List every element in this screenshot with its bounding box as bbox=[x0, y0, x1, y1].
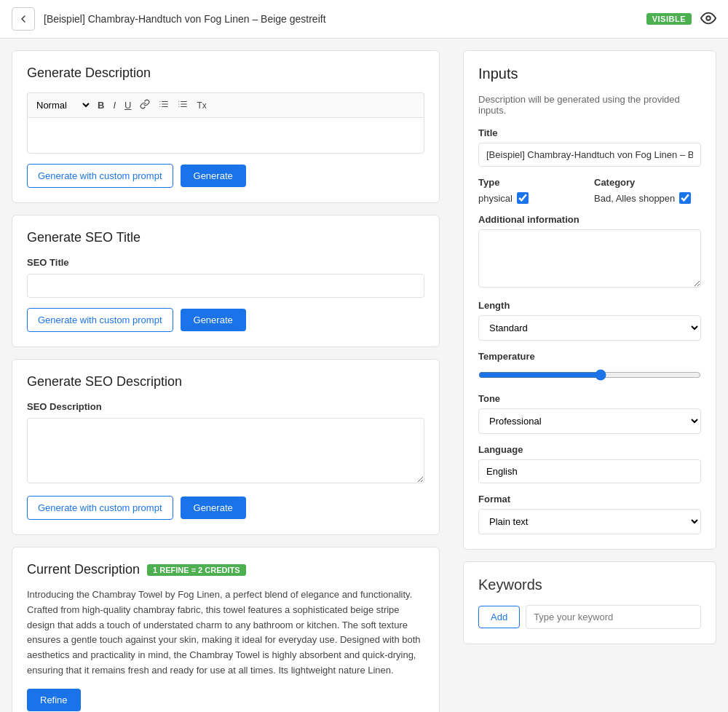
generate-seo-title-card: Generate SEO Title SEO Title Generate wi… bbox=[12, 215, 440, 347]
type-column: Type physical bbox=[478, 177, 585, 204]
bold-button[interactable]: B bbox=[95, 98, 107, 112]
main-layout: Generate Description Normal Heading 1 He… bbox=[0, 39, 728, 712]
seo-title-custom-prompt-button[interactable]: Generate with custom prompt bbox=[27, 308, 173, 332]
generate-description-card: Generate Description Normal Heading 1 He… bbox=[12, 50, 440, 203]
toolbar: Normal Heading 1 Heading 2 B I U Tx bbox=[27, 92, 424, 117]
temperature-slider[interactable] bbox=[478, 369, 701, 381]
type-checkbox[interactable] bbox=[517, 192, 529, 204]
generate-seo-title-actions: Generate with custom prompt Generate bbox=[27, 308, 424, 332]
generate-custom-prompt-button[interactable]: Generate with custom prompt bbox=[27, 164, 173, 188]
language-input[interactable] bbox=[478, 459, 701, 483]
seo-desc-custom-prompt-button[interactable]: Generate with custom prompt bbox=[27, 496, 173, 520]
temperature-section: Temperature bbox=[478, 351, 701, 383]
type-col-label: Type bbox=[478, 177, 585, 188]
inputs-title: Inputs bbox=[478, 66, 701, 82]
add-keyword-button[interactable]: Add bbox=[478, 606, 520, 628]
type-value: physical bbox=[478, 193, 513, 204]
refine-badge: 1 REFINE = 2 CREDITS bbox=[147, 564, 246, 576]
seo-description-textarea[interactable] bbox=[27, 418, 424, 483]
additional-info-textarea[interactable] bbox=[478, 229, 701, 288]
category-column: Category Bad, Alles shoppen bbox=[594, 177, 701, 204]
seo-title-input[interactable] bbox=[27, 274, 424, 298]
header: [Beispiel] Chambray-Handtuch von Fog Lin… bbox=[0, 0, 728, 39]
clear-format-button[interactable]: Tx bbox=[194, 99, 209, 112]
generate-description-actions: Generate with custom prompt Generate bbox=[27, 164, 424, 188]
visible-badge: VISIBLE bbox=[646, 13, 692, 25]
description-editor[interactable] bbox=[27, 117, 424, 154]
format-label: Format bbox=[478, 494, 701, 505]
category-value-row: Bad, Alles shoppen bbox=[594, 192, 701, 204]
tone-select[interactable]: Professional Casual Friendly Formal bbox=[478, 408, 701, 434]
generate-seo-title-heading: Generate SEO Title bbox=[27, 230, 424, 245]
generate-seo-description-heading: Generate SEO Description bbox=[27, 374, 424, 389]
category-checkbox[interactable] bbox=[679, 192, 691, 204]
unordered-list-button[interactable] bbox=[175, 98, 191, 113]
additional-info-label: Additional information bbox=[478, 214, 701, 225]
format-select[interactable]: Normal Heading 1 Heading 2 bbox=[33, 99, 92, 111]
type-category-row: Type physical Category Bad, Alles shoppe… bbox=[478, 177, 701, 204]
svg-point-0 bbox=[706, 16, 711, 20]
seo-desc-generate-button[interactable]: Generate bbox=[181, 497, 246, 519]
keywords-title: Keywords bbox=[478, 577, 701, 593]
length-label: Length bbox=[478, 300, 701, 311]
keywords-row: Add bbox=[478, 605, 701, 629]
page-title: [Beispiel] Chambray-Handtuch von Fog Lin… bbox=[44, 13, 638, 25]
format-select[interactable]: Plain text HTML Markdown bbox=[478, 509, 701, 534]
current-description-title: Current Description bbox=[27, 562, 140, 577]
generate-button[interactable]: Generate bbox=[181, 165, 246, 187]
eye-icon[interactable] bbox=[700, 10, 716, 28]
temperature-label: Temperature bbox=[478, 351, 701, 362]
inputs-card: Inputs Description will be generated usi… bbox=[463, 50, 716, 550]
seo-title-generate-button[interactable]: Generate bbox=[181, 309, 246, 331]
title-field-label: Title bbox=[478, 127, 701, 138]
seo-description-label: SEO Description bbox=[27, 401, 424, 412]
underline-button[interactable]: U bbox=[122, 98, 134, 112]
left-panel: Generate Description Normal Heading 1 He… bbox=[0, 39, 451, 712]
current-description-card: Current Description 1 REFINE = 2 CREDITS… bbox=[12, 547, 440, 712]
current-description-text: Introducing the Chambray Towel by Fog Li… bbox=[27, 588, 424, 679]
tone-label: Tone bbox=[478, 393, 701, 404]
title-field-input[interactable] bbox=[478, 143, 701, 167]
right-panel: Inputs Description will be generated usi… bbox=[451, 39, 728, 712]
generate-seo-description-card: Generate SEO Description SEO Description… bbox=[12, 359, 440, 535]
back-button[interactable] bbox=[12, 7, 35, 31]
generate-seo-description-actions: Generate with custom prompt Generate bbox=[27, 496, 424, 520]
language-label: Language bbox=[478, 444, 701, 455]
category-value: Bad, Alles shoppen bbox=[594, 193, 675, 204]
inputs-subtitle: Description will be generated using the … bbox=[478, 94, 701, 116]
category-col-label: Category bbox=[594, 177, 701, 188]
refine-button[interactable]: Refine bbox=[27, 689, 81, 711]
type-value-row: physical bbox=[478, 192, 585, 204]
keyword-input[interactable] bbox=[526, 605, 701, 629]
length-select[interactable]: Standard Short Long bbox=[478, 315, 701, 341]
italic-button[interactable]: I bbox=[110, 98, 119, 112]
keywords-card: Keywords Add bbox=[463, 561, 716, 644]
ordered-list-button[interactable] bbox=[156, 98, 172, 113]
generate-description-title: Generate Description bbox=[27, 66, 424, 81]
current-description-header: Current Description 1 REFINE = 2 CREDITS bbox=[27, 562, 424, 577]
link-button[interactable] bbox=[137, 98, 153, 113]
seo-title-label: SEO Title bbox=[27, 257, 424, 268]
